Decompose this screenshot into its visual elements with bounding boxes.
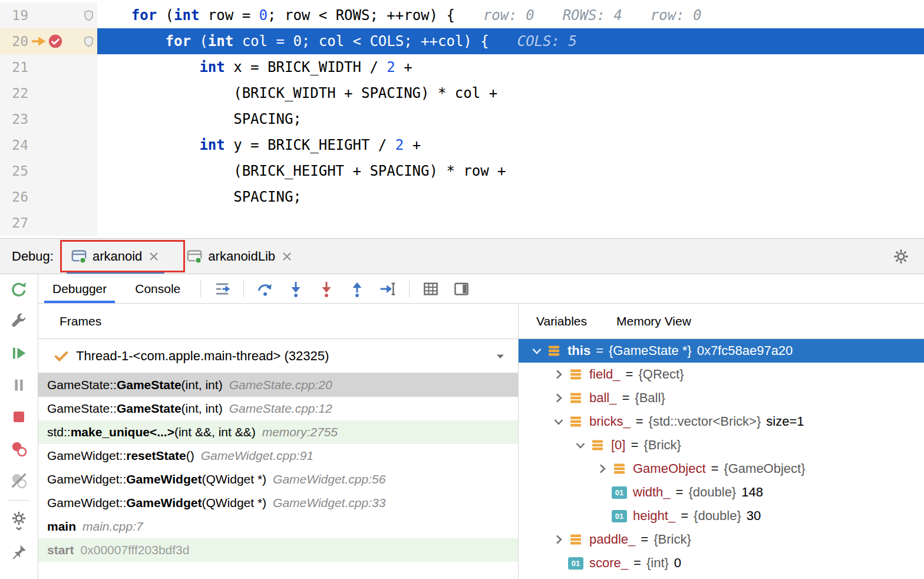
- code-line-text[interactable]: (BRICK_WIDTH + SPACING) * col +: [97, 80, 924, 106]
- settings-button[interactable]: [9, 511, 28, 529]
- frame-row[interactable]: mainmain.cpp:7: [38, 515, 518, 538]
- debug-panels: Frames Thread-1-<com.apple.main-thread> …: [38, 304, 924, 579]
- chevron-right-icon[interactable]: [550, 390, 567, 406]
- variable-row[interactable]: this={GameState *}0x7fc58ae97a20: [519, 339, 924, 363]
- code-line-text[interactable]: [97, 210, 924, 236]
- frame-location: 0x00007fff203bdf3d: [81, 543, 190, 557]
- thread-selector[interactable]: Thread-1-<com.apple.main-thread> (32325): [38, 339, 518, 373]
- chevron-down-icon[interactable]: [572, 437, 589, 453]
- code-line-text[interactable]: for (int row = 0; row < ROWS; ++row) {ro…: [97, 2, 924, 28]
- primitive-value-icon: 01: [612, 510, 627, 522]
- variable-row[interactable]: 01height_={double}30: [519, 504, 924, 528]
- step-into-button[interactable]: [286, 278, 306, 300]
- code-line-text[interactable]: SPACING;: [97, 184, 924, 210]
- frame-location: GameWidget.cpp:56: [273, 472, 385, 486]
- tab-label: Debugger: [52, 282, 107, 296]
- code-line-text[interactable]: (BRICK_HEIGHT + SPACING) * row +: [97, 158, 924, 184]
- mute-breakpoints-button[interactable]: [9, 471, 28, 490]
- variable-row[interactable]: ball_={Ball}: [519, 386, 924, 410]
- gutter[interactable]: 21: [0, 54, 97, 80]
- run-to-cursor-button[interactable]: [378, 278, 398, 300]
- gutter[interactable]: 22: [0, 80, 97, 106]
- gutter[interactable]: 25: [0, 158, 97, 184]
- variable-name: bricks_: [589, 414, 631, 429]
- debug-tab-arkanoidlib[interactable]: arkanoidLib: [177, 239, 302, 274]
- pause-button[interactable]: [9, 376, 28, 394]
- equals-sign: =: [622, 390, 629, 406]
- tab-variables[interactable]: Variables: [536, 314, 587, 328]
- gutter[interactable]: 19: [0, 2, 97, 28]
- resume-button[interactable]: [9, 344, 28, 363]
- chevron-down-icon[interactable]: [528, 343, 546, 359]
- tab-debugger[interactable]: Debugger: [38, 274, 121, 303]
- step-out-button[interactable]: [347, 278, 367, 300]
- code-line-text[interactable]: int x = BRICK_WIDTH / 2 +: [97, 54, 924, 80]
- stop-button[interactable]: [9, 407, 28, 426]
- variable-name: ball_: [589, 390, 616, 406]
- close-icon[interactable]: [148, 251, 160, 262]
- gutter[interactable]: 26: [0, 184, 97, 210]
- variable-type: {GameState *}: [609, 343, 692, 358]
- code-line-27: 27: [0, 210, 924, 236]
- frame-row[interactable]: GameWidget::GameWidget(QWidget *)GameWid…: [38, 468, 518, 491]
- variable-row[interactable]: [0]={Brick}: [519, 433, 924, 457]
- frame-row[interactable]: GameState::GameState(int, int)GameState.…: [38, 397, 518, 420]
- rerun-button[interactable]: [9, 280, 28, 299]
- variable-extra: 0: [674, 555, 681, 571]
- object-icon: [567, 414, 584, 429]
- variable-type: {Ball}: [635, 390, 665, 406]
- close-icon[interactable]: [281, 251, 293, 262]
- show-execution-point-button[interactable]: [212, 278, 232, 300]
- code-line-text[interactable]: for (int col = 0; col < COLS; ++col) {CO…: [97, 28, 924, 54]
- chevron-down-icon[interactable]: [550, 413, 567, 430]
- variable-row[interactable]: 01width_={double}148: [519, 481, 924, 504]
- settings-button[interactable]: [891, 246, 911, 267]
- chevron-right-icon[interactable]: [593, 460, 611, 477]
- debug-toolbar: Debugger Console: [38, 274, 924, 304]
- code-line-text[interactable]: int y = BRICK_HEIGHT / 2 +: [97, 132, 924, 158]
- debug-toolwindow-header: Debug: arkanoid arkanoidLib: [0, 239, 924, 274]
- table-grid-button[interactable]: [421, 278, 441, 300]
- frame-row[interactable]: GameWidget::resetState()GameWidget.cpp:9…: [38, 444, 518, 468]
- frame-function: resetState: [126, 449, 186, 463]
- pin-button[interactable]: [9, 542, 28, 561]
- split-layout-button[interactable]: [451, 278, 471, 300]
- inline-debugger-hint: COLS: 5: [517, 33, 577, 50]
- gear-icon: [893, 248, 909, 265]
- variable-row[interactable]: 01score_={int}0: [519, 551, 924, 575]
- frame-row[interactable]: start0x00007fff203bdf3d: [38, 538, 518, 562]
- variable-row[interactable]: field_={QRect}: [519, 363, 924, 386]
- equals-sign: =: [641, 532, 648, 547]
- force-step-into-button[interactable]: [316, 278, 336, 300]
- breakpoint-icon[interactable]: [48, 34, 63, 49]
- frame-args: (int &&, int &&): [174, 425, 256, 439]
- view-breakpoints-button[interactable]: [9, 439, 28, 458]
- chevron-right-icon[interactable]: [550, 366, 567, 383]
- gutter[interactable]: 27: [0, 210, 97, 236]
- tab-memory-view[interactable]: Memory View: [616, 314, 691, 328]
- dropdown-arrow-icon[interactable]: [493, 349, 507, 363]
- chevron-right-icon[interactable]: [550, 531, 567, 548]
- variable-extra: 0x7fc58ae97a20: [697, 343, 793, 358]
- frame-function: start: [47, 543, 74, 557]
- frame-location: GameWidget.cpp:91: [201, 449, 314, 463]
- split-layout-icon: [453, 280, 470, 298]
- show-execution-point-icon: [213, 280, 231, 298]
- gutter[interactable]: 24: [0, 132, 97, 158]
- step-over-button[interactable]: [255, 278, 275, 300]
- variable-type: {int}: [646, 555, 669, 571]
- wrench-button[interactable]: [9, 312, 28, 331]
- tab-console[interactable]: Console: [121, 274, 194, 303]
- frame-row[interactable]: std::make_unique<...>(int &&, int &&)mem…: [38, 420, 518, 444]
- gutter[interactable]: 23: [0, 106, 97, 132]
- variable-row[interactable]: bricks_={std::vector<Brick>}size=1: [519, 410, 924, 433]
- gutter[interactable]: 20: [0, 28, 97, 54]
- variable-row[interactable]: GameObject={GameObject}: [519, 457, 924, 481]
- table-grid-icon: [422, 280, 440, 298]
- frame-row[interactable]: GameState::GameState(int, int)GameState.…: [38, 373, 518, 397]
- variable-row[interactable]: paddle_={Brick}: [519, 528, 924, 551]
- code-line-text[interactable]: SPACING;: [97, 106, 924, 132]
- debug-tab-arkanoid[interactable]: arkanoid: [62, 239, 169, 274]
- force-step-into-icon: [318, 280, 335, 298]
- frame-row[interactable]: GameWidget::GameWidget(QWidget *)GameWid…: [38, 491, 518, 515]
